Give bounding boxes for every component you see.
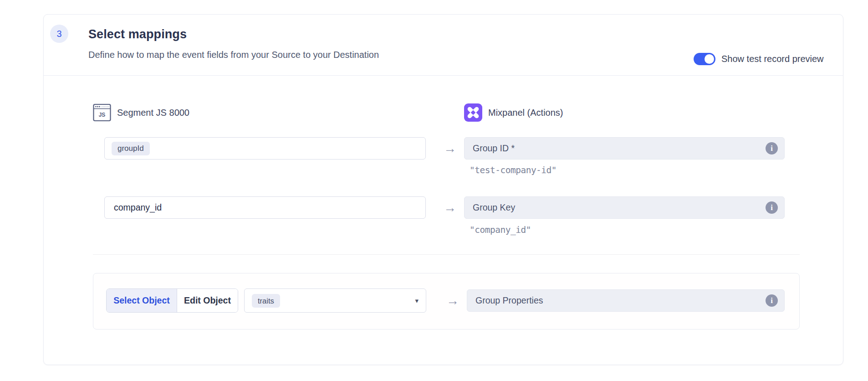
source-field-input[interactable]: company_id (104, 196, 426, 219)
arrow-right-icon: → (435, 196, 465, 219)
section-divider (93, 254, 800, 255)
page-title: Select mappings (88, 27, 187, 41)
edit-object-tab[interactable]: Edit Object (177, 289, 238, 312)
destination-field: Group ID * i (464, 137, 785, 160)
source-header: JS Segment JS 8000 (93, 103, 189, 122)
destination-field: Group Properties i (467, 289, 785, 312)
arrow-right-icon: → (435, 137, 465, 160)
destination-header: Mixpanel (Actions) (464, 103, 563, 122)
toggle-label: Show test record preview (721, 53, 824, 65)
show-test-record-preview-toggle[interactable] (694, 53, 715, 65)
test-record-preview-value: "company_id" (470, 225, 531, 235)
source-field-input[interactable]: groupId (104, 137, 426, 160)
object-source-dropdown[interactable]: traits ▾ (244, 288, 426, 313)
source-name: Segment JS 8000 (117, 108, 189, 118)
info-icon[interactable]: i (766, 294, 778, 307)
object-mapping-panel: Select Object Edit Object traits ▾ → Gro… (93, 273, 800, 330)
destination-field: Group Key i (464, 196, 785, 219)
page-background: 3 Select mappings Define how to map the … (0, 0, 868, 381)
chevron-down-icon: ▾ (415, 297, 419, 305)
arrow-right-icon: → (438, 288, 467, 313)
destination-field-label: Group Properties (475, 295, 543, 306)
mixpanel-icon (464, 103, 482, 122)
step-number-badge: 3 (50, 25, 68, 43)
js-browser-icon: JS (93, 103, 111, 122)
object-mode-segmented-control: Select Object Edit Object (106, 288, 238, 313)
js-icon-glyph: JS (99, 112, 106, 118)
header-divider (44, 75, 843, 76)
select-mappings-card: 3 Select mappings Define how to map the … (43, 14, 843, 365)
source-field-text: company_id (112, 202, 162, 213)
test-record-preview-toggle-group: Show test record preview (694, 53, 824, 65)
toggle-knob (705, 54, 714, 64)
test-record-preview-value: "test-company-id" (470, 165, 557, 175)
page-subtitle: Define how to map the event fields from … (88, 50, 379, 60)
info-icon[interactable]: i (766, 201, 778, 214)
source-field-chip[interactable]: groupId (112, 142, 150, 155)
destination-field-label: Group ID * (473, 143, 515, 154)
object-source-chip: traits (252, 294, 280, 308)
select-object-tab[interactable]: Select Object (107, 289, 177, 312)
destination-name: Mixpanel (Actions) (488, 108, 563, 118)
info-icon[interactable]: i (766, 142, 778, 154)
destination-field-label: Group Key (473, 202, 515, 213)
